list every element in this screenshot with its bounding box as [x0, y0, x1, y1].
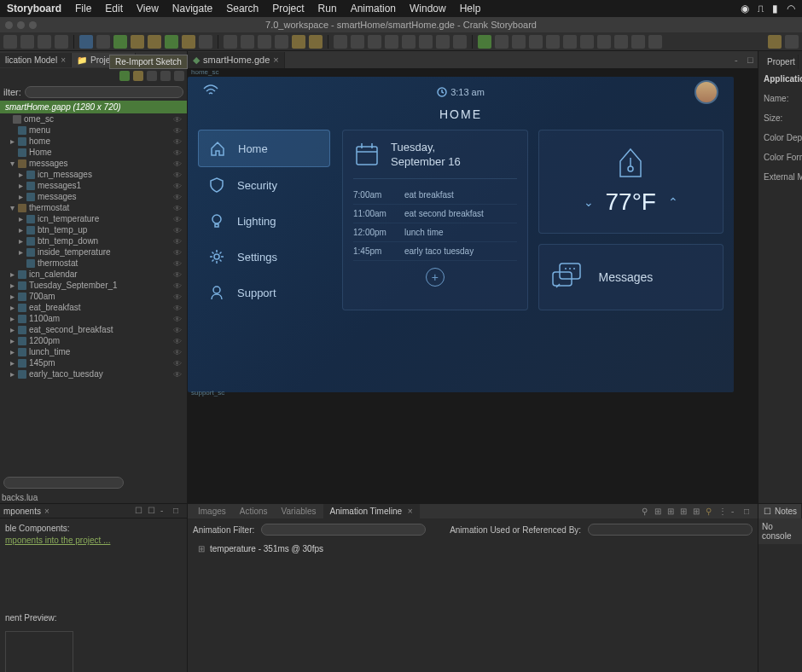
nav-settings[interactable]: Settings — [198, 239, 330, 275]
tool-icon[interactable] — [546, 35, 560, 49]
outline-tree[interactable]: ome_sc👁menu👁▸home👁Home👁▾messages👁▸icn_me… — [0, 113, 187, 473]
messages-card[interactable]: Messages — [538, 244, 724, 310]
temp-down-button[interactable]: ⌄ — [584, 195, 594, 209]
menu-search[interactable]: Search — [226, 3, 259, 14]
tool-icon[interactable] — [199, 35, 212, 49]
tool-icon[interactable] — [436, 35, 450, 49]
panel-icon[interactable] — [147, 71, 157, 81]
minimize-icon[interactable]: - — [160, 506, 171, 516]
schedule-card[interactable]: Tuesday, September 16 7:00ameat breakfas… — [342, 130, 528, 310]
nav-home[interactable]: Home — [198, 130, 330, 167]
tool-icon[interactable] — [402, 35, 416, 49]
tree-item[interactable]: ▸messages1👁 — [2, 180, 187, 191]
tree-item[interactable]: ▸icn_calendar👁 — [2, 269, 187, 280]
tree-item[interactable]: ▸145pm👁 — [2, 357, 187, 368]
tab-components[interactable]: mponents — [3, 507, 41, 516]
panel-icon[interactable] — [133, 71, 143, 81]
tool-icon[interactable] — [3, 35, 17, 49]
tool-icon[interactable] — [785, 35, 799, 49]
minimize-icon[interactable]: - — [735, 55, 745, 65]
thermostat-card[interactable]: ⌄ 77°F ⌃ — [538, 130, 724, 234]
tool-icon[interactable] — [79, 35, 93, 49]
tree-item[interactable]: menu👁 — [2, 125, 187, 136]
traffic-light-min[interactable] — [17, 21, 25, 29]
tool-icon[interactable] — [563, 35, 577, 49]
tool-icon[interactable] — [131, 35, 144, 49]
search-input[interactable] — [3, 477, 124, 489]
tool-icon[interactable] — [148, 35, 161, 49]
tree-item[interactable]: ▸btn_temp_up👁 — [2, 224, 187, 235]
animation-item[interactable]: ⊞ temperature - 351ms @ 30fps — [188, 541, 758, 557]
close-icon[interactable]: × — [408, 507, 413, 516]
maximize-icon[interactable]: □ — [173, 506, 183, 516]
tree-item[interactable]: ▸700am👁 — [2, 291, 187, 302]
tool-icon[interactable] — [241, 35, 254, 49]
tool-icon[interactable] — [597, 35, 611, 49]
traffic-light-max[interactable] — [29, 21, 37, 29]
panel-icon[interactable]: ☐ — [148, 506, 158, 516]
anim-filter-input[interactable] — [261, 524, 426, 536]
tool-icon[interactable] — [631, 35, 645, 49]
pin-icon[interactable]: ⚲ — [706, 507, 716, 517]
tool-icon[interactable] — [614, 35, 628, 49]
tab-variables[interactable]: Variables — [275, 504, 323, 518]
tool-icon[interactable] — [38, 35, 51, 49]
tool-icon[interactable] — [529, 35, 543, 49]
menu-animation[interactable]: Animation — [351, 3, 396, 14]
panel-icon[interactable]: ⊞ — [654, 507, 665, 517]
tab-notes[interactable]: ☐ Notes — [758, 504, 802, 518]
tab-smarthome[interactable]: ◆ smartHome.gde × — [188, 52, 285, 68]
tool-icon[interactable] — [292, 35, 305, 49]
tool-icon[interactable] — [275, 35, 288, 49]
tool-icon[interactable] — [512, 35, 526, 49]
tool-icon[interactable] — [96, 35, 110, 49]
tab-animation-timeline[interactable]: Animation Timeline × — [323, 504, 420, 518]
menu-run[interactable]: Run — [318, 3, 337, 14]
tool-icon[interactable] — [55, 35, 68, 49]
canvas[interactable]: home_sc 3:13 am HOME — [188, 68, 758, 503]
schedule-row[interactable]: 12:00pmlunch time — [353, 223, 517, 242]
add-button[interactable]: + — [426, 268, 445, 287]
tool-icon[interactable] — [20, 35, 34, 49]
maximize-icon[interactable]: □ — [747, 55, 758, 65]
panel-icon[interactable] — [174, 71, 184, 81]
schedule-row[interactable]: 7:00ameat breakfast — [353, 186, 517, 205]
tree-item[interactable]: ▸1200pm👁 — [2, 335, 187, 346]
tree-item[interactable]: ▸messages👁 — [2, 191, 187, 202]
tool-icon[interactable] — [182, 35, 195, 49]
panel-icon[interactable]: ☐ — [135, 506, 145, 516]
tool-icon[interactable] — [648, 35, 662, 49]
close-icon[interactable]: × — [61, 55, 66, 65]
menu-icon[interactable]: ⋮ — [718, 507, 729, 517]
tool-icon[interactable] — [113, 35, 127, 49]
menu-file[interactable]: File — [75, 3, 91, 14]
panel-icon[interactable]: ⊞ — [693, 507, 703, 517]
tool-icon[interactable] — [351, 35, 364, 49]
minimize-icon[interactable]: - — [731, 507, 741, 517]
tree-item[interactable]: ▸icn_messages👁 — [2, 169, 187, 180]
panel-icon[interactable]: ⚲ — [642, 507, 652, 517]
tree-item[interactable]: ▸eat_second_breakfast👁 — [2, 324, 187, 335]
tree-item[interactable]: Home👁 — [2, 147, 187, 158]
filter-input[interactable] — [25, 86, 183, 98]
panel-icon[interactable] — [119, 71, 130, 81]
close-icon[interactable]: × — [273, 55, 278, 65]
tree-item[interactable]: ome_sc👁 — [2, 113, 187, 125]
tool-icon[interactable] — [165, 35, 178, 49]
schedule-row[interactable]: 11:00ameat second breakfast — [353, 205, 517, 223]
tree-item[interactable]: ▸Tuesday_September_1👁 — [2, 280, 187, 291]
tool-icon[interactable] — [453, 35, 467, 49]
tab-properties[interactable]: Propert — [762, 55, 799, 69]
tree-item[interactable]: backs.lua — [0, 492, 187, 503]
tab-actions[interactable]: Actions — [233, 504, 275, 518]
tree-item[interactable]: ▸lunch_time👁 — [2, 346, 187, 357]
tool-icon[interactable] — [478, 35, 491, 49]
tree-item[interactable]: ▸inside_temperature👁 — [2, 246, 187, 258]
tree-item[interactable]: ▾messages👁 — [2, 158, 187, 169]
tab-application-model[interactable]: lication Model × — [0, 53, 72, 67]
menu-navigate[interactable]: Navigate — [172, 3, 212, 14]
panel-icon[interactable] — [160, 71, 171, 81]
maximize-icon[interactable]: □ — [744, 507, 754, 517]
import-link[interactable]: mponents into the project ... — [5, 536, 182, 545]
tab-images[interactable]: Images — [191, 504, 233, 518]
